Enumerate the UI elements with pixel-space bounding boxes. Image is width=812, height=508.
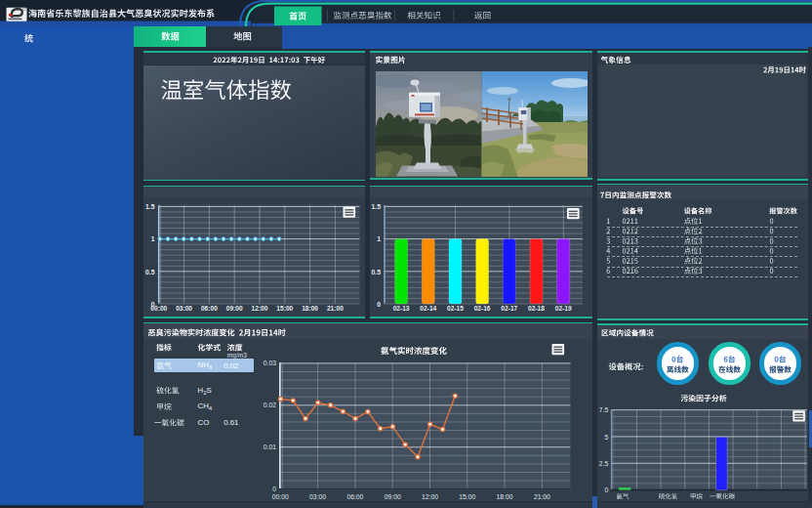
svg-text:03:00: 03:00 — [309, 493, 326, 500]
svg-text:15:00: 15:00 — [276, 305, 293, 312]
svg-text:09:00: 09:00 — [225, 305, 242, 312]
svg-text:02-13: 02-13 — [393, 305, 410, 312]
svg-text:15:00: 15:00 — [459, 493, 475, 500]
svg-text:2.5: 2.5 — [598, 460, 608, 467]
svg-text:21:00: 21:00 — [534, 493, 550, 500]
svg-text:0.01: 0.01 — [264, 444, 276, 450]
svg-text:18:00: 18:00 — [302, 305, 318, 312]
svg-text:02-15: 02-15 — [447, 305, 464, 312]
svg-text:0.5: 0.5 — [145, 269, 155, 275]
svg-text:12:00: 12:00 — [422, 493, 438, 500]
svg-text:0.02: 0.02 — [264, 402, 276, 408]
svg-text:5: 5 — [604, 434, 608, 441]
svg-text:0.5: 0.5 — [372, 269, 382, 275]
svg-text:0: 0 — [377, 301, 381, 308]
svg-text:1: 1 — [150, 236, 154, 243]
svg-text:06:00: 06:00 — [346, 493, 363, 500]
svg-text:0.03: 0.03 — [264, 360, 276, 366]
svg-text:18:00: 18:00 — [497, 493, 513, 500]
svg-text:00:00: 00:00 — [150, 305, 167, 312]
svg-text:00:00: 00:00 — [272, 493, 289, 500]
svg-text:21:00: 21:00 — [326, 305, 343, 312]
svg-text:1.5: 1.5 — [372, 204, 382, 211]
svg-text:02-17: 02-17 — [501, 305, 517, 312]
svg-text:09:00: 09:00 — [385, 493, 401, 500]
svg-text:02-18: 02-18 — [528, 305, 545, 312]
svg-text:02-16: 02-16 — [474, 305, 491, 312]
svg-text:06:00: 06:00 — [200, 305, 217, 312]
svg-text:0: 0 — [604, 487, 608, 493]
svg-text:0: 0 — [272, 486, 276, 492]
svg-text:12:00: 12:00 — [251, 305, 267, 312]
svg-text:1.5: 1.5 — [145, 204, 155, 211]
svg-text:02-14: 02-14 — [420, 305, 436, 312]
svg-text:03:00: 03:00 — [176, 305, 192, 312]
svg-text:1: 1 — [377, 236, 381, 243]
svg-text:7.5: 7.5 — [598, 406, 608, 413]
svg-text:02-19: 02-19 — [555, 305, 572, 312]
